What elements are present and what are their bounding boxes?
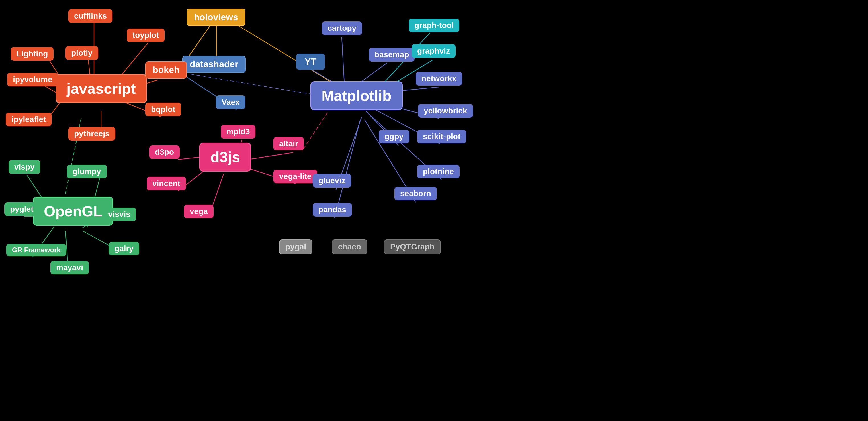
node-matplotlib[interactable]: Matplotlib	[310, 81, 403, 110]
node-graphtool[interactable]: graph-tool	[409, 19, 459, 32]
node-vispy[interactable]: vispy	[8, 160, 40, 174]
node-opengl[interactable]: OpenGL	[33, 197, 113, 226]
node-visvis[interactable]: visvis	[102, 207, 136, 221]
node-glueviz[interactable]: glueviz	[313, 174, 351, 188]
node-vega[interactable]: vega	[184, 205, 214, 218]
node-plotnine[interactable]: plotnine	[417, 165, 460, 178]
node-chaco[interactable]: chaco	[332, 240, 367, 254]
node-mayavi[interactable]: mayavi	[51, 261, 89, 275]
node-mpld3[interactable]: mpld3	[221, 125, 255, 139]
node-javascript[interactable]: javascript	[56, 74, 147, 103]
svg-line-33	[302, 113, 328, 151]
node-seaborn[interactable]: seaborn	[395, 187, 437, 200]
node-graphviz[interactable]: graphviz	[411, 44, 456, 58]
node-bokeh[interactable]: bokeh	[145, 61, 187, 79]
node-cartopy[interactable]: cartopy	[322, 21, 362, 35]
node-altair[interactable]: altair	[273, 137, 304, 150]
node-pyglet[interactable]: pyglet	[4, 202, 39, 216]
svg-line-20	[248, 152, 293, 160]
node-networkx[interactable]: networkx	[416, 72, 462, 85]
node-pygal[interactable]: pygal	[279, 240, 312, 254]
node-grframework[interactable]: GR Framework	[6, 244, 66, 256]
node-lighting[interactable]: Lighting	[11, 47, 54, 61]
svg-line-22	[342, 37, 345, 88]
node-ggpy[interactable]: ggpy	[379, 130, 409, 143]
node-vegalite[interactable]: vega-lite	[273, 170, 317, 183]
node-ipyleaflet[interactable]: ipyleaflet	[6, 113, 52, 126]
node-yt[interactable]: YT	[296, 54, 325, 70]
node-pythreejs[interactable]: pythreejs	[68, 127, 115, 141]
node-scikitplot[interactable]: scikit-plot	[417, 130, 466, 143]
node-datashader[interactable]: datashader	[182, 56, 246, 73]
node-bqplot[interactable]: bqplot	[145, 103, 181, 116]
node-d3js[interactable]: d3js	[199, 142, 251, 172]
node-plotly[interactable]: plotly	[65, 46, 98, 60]
node-vaex[interactable]: Vaex	[216, 95, 246, 109]
node-vincent[interactable]: vincent	[147, 177, 186, 190]
node-toyplot[interactable]: toyplot	[127, 28, 164, 42]
node-basemap[interactable]: basemap	[369, 48, 415, 62]
node-pandas[interactable]: pandas	[313, 203, 352, 217]
node-holoviews[interactable]: holoviews	[187, 8, 246, 26]
node-d3po[interactable]: d3po	[149, 145, 180, 159]
node-glumpy[interactable]: glumpy	[67, 165, 107, 178]
node-cufflinks[interactable]: cufflinks	[68, 9, 113, 23]
node-galry[interactable]: galry	[109, 242, 139, 255]
node-ipyvolume[interactable]: ipyvolume	[7, 73, 58, 86]
node-pyqtgraph[interactable]: PyQTGraph	[384, 240, 441, 254]
node-yellowbrick[interactable]: yellowbrick	[418, 104, 473, 118]
